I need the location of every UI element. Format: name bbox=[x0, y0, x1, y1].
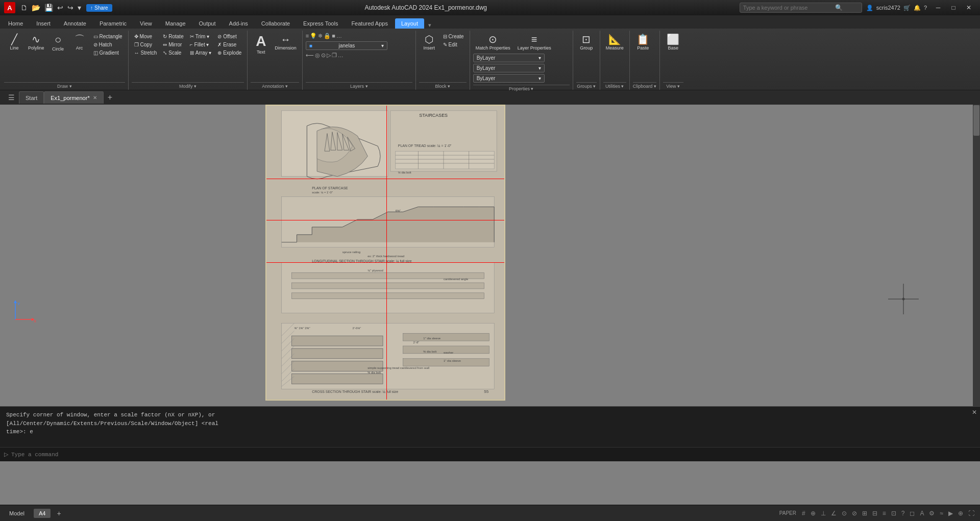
anno-scale-icon[interactable]: A bbox=[918, 509, 925, 518]
search-box[interactable]: 🔍 bbox=[740, 3, 862, 13]
redo-icon[interactable]: ↪ bbox=[66, 3, 75, 13]
arc-button[interactable]: ⌒ Arc bbox=[69, 33, 90, 52]
grid-toggle-icon[interactable]: # bbox=[800, 509, 807, 518]
maximize-button[interactable]: □ bbox=[946, 3, 961, 13]
vertical-scrollbar[interactable] bbox=[973, 105, 980, 406]
color-dropdown[interactable]: ByLayer ▾ bbox=[473, 54, 545, 62]
match-properties-button[interactable]: ⊙ Match Properties bbox=[473, 33, 513, 52]
edit-block-button[interactable]: ✎ Edit bbox=[440, 41, 467, 48]
text-button[interactable]: A Text bbox=[251, 33, 271, 56]
rectangle-button[interactable]: ▭Rectangle bbox=[91, 33, 125, 40]
search-input[interactable] bbox=[743, 5, 835, 11]
layer-on-icon[interactable]: 💡 bbox=[310, 33, 317, 39]
cart-icon[interactable]: 🛒 bbox=[903, 5, 911, 11]
explode-button[interactable]: ⊕ Explode bbox=[215, 49, 244, 57]
erase-button[interactable]: ✗ Erase bbox=[215, 41, 244, 48]
performance-icon[interactable]: ▶ bbox=[947, 509, 954, 518]
hatch-button[interactable]: ⊘Hatch bbox=[91, 41, 125, 48]
layer-manage-icon[interactable]: ≡ bbox=[306, 33, 309, 39]
tab-addins[interactable]: Add-ins bbox=[223, 18, 254, 29]
base-button[interactable]: ⬜ Base bbox=[663, 33, 683, 52]
array-button[interactable]: ⊞Array ▾ bbox=[187, 49, 214, 57]
lineweight-dropdown[interactable]: ByLayer ▾ bbox=[473, 74, 545, 83]
tabs-menu-icon[interactable]: ☰ bbox=[4, 93, 19, 102]
dyn-toggle-icon[interactable]: ⊟ bbox=[871, 509, 879, 518]
undo-icon[interactable]: ↩ bbox=[56, 3, 64, 13]
layer-match-icon[interactable]: ⊙ bbox=[321, 52, 326, 59]
tab-view[interactable]: View bbox=[134, 18, 158, 29]
linetype-dropdown[interactable]: ByLayer ▾ bbox=[473, 64, 545, 72]
paste-button[interactable]: 📋 Paste bbox=[633, 33, 653, 52]
group-button[interactable]: ⊡ Group bbox=[576, 33, 597, 52]
tab-insert[interactable]: Insert bbox=[30, 18, 57, 29]
share-button[interactable]: ↑ Share bbox=[86, 4, 112, 12]
tab-manage[interactable]: Manage bbox=[159, 18, 192, 29]
sel-toggle-icon[interactable]: ◻ bbox=[908, 509, 916, 518]
layer-color-icon[interactable]: ■ bbox=[332, 33, 335, 39]
mirror-button[interactable]: ⇔Mirror bbox=[160, 41, 186, 48]
add-layout-button[interactable]: + bbox=[55, 509, 63, 517]
otrack-toggle-icon[interactable]: ⊘ bbox=[850, 509, 859, 518]
circle-button[interactable]: ○ Circle bbox=[48, 33, 68, 53]
layer-copy-icon[interactable]: ❐ bbox=[332, 52, 337, 59]
layer-properties-button[interactable]: ≡ Layer Properties bbox=[515, 33, 554, 52]
tab-output[interactable]: Output bbox=[193, 18, 222, 29]
more-tabs-icon[interactable]: ▾ bbox=[425, 22, 434, 29]
close-button[interactable]: ✕ bbox=[962, 3, 976, 13]
move-button[interactable]: ✥Move bbox=[132, 33, 160, 40]
layer-prev-icon[interactable]: ⟵ bbox=[306, 52, 314, 59]
measure-button[interactable]: 📐 Measure bbox=[603, 33, 626, 52]
fillet-button[interactable]: ⌐Fillet ▾ bbox=[187, 41, 214, 48]
ducs-toggle-icon[interactable]: ⊞ bbox=[861, 509, 869, 518]
layer-more-icon[interactable]: … bbox=[336, 33, 342, 39]
trim-button[interactable]: ✂Trim ▾ bbox=[187, 33, 214, 40]
add-tab-button[interactable]: + bbox=[104, 93, 116, 102]
offset-button[interactable]: ⊘ Offset bbox=[215, 33, 244, 40]
polyline-button[interactable]: ∿ Polyline bbox=[26, 33, 47, 52]
layer-lock-icon[interactable]: 🔒 bbox=[324, 33, 331, 39]
layer-set-icon[interactable]: ▷ bbox=[327, 52, 331, 59]
units-icon[interactable]: ≈ bbox=[938, 509, 945, 518]
workspace-icon[interactable]: ⚙ bbox=[927, 509, 936, 518]
qp-toggle-icon[interactable]: ? bbox=[900, 509, 906, 518]
notification-icon[interactable]: 🔔 bbox=[914, 5, 921, 11]
minimize-button[interactable]: ─ bbox=[931, 3, 945, 13]
dimension-button[interactable]: ↔ Dimension bbox=[272, 33, 299, 52]
create-block-button[interactable]: ⊟ Create bbox=[440, 33, 467, 40]
layer-dropdown[interactable]: ■ janelas ▾ bbox=[306, 41, 387, 50]
stretch-button[interactable]: ↔Stretch bbox=[132, 49, 160, 57]
scrollbar-thumb[interactable] bbox=[973, 105, 979, 136]
polar-toggle-icon[interactable]: ∠ bbox=[829, 509, 838, 518]
command-close-button[interactable]: ✕ bbox=[970, 407, 980, 447]
fullscreen-icon[interactable]: ⛶ bbox=[967, 509, 976, 518]
tab-home[interactable]: Home bbox=[2, 18, 29, 29]
layer-freeze-icon[interactable]: ❄ bbox=[318, 33, 323, 39]
tab-express[interactable]: Express Tools bbox=[297, 18, 344, 29]
model-tab[interactable]: Model bbox=[4, 509, 30, 518]
tab-featured[interactable]: Featured Apps bbox=[345, 18, 394, 29]
new-icon[interactable]: 🗋 bbox=[19, 3, 29, 13]
a4-tab[interactable]: A4 bbox=[34, 509, 51, 518]
customize-icon[interactable]: ▾ bbox=[77, 3, 82, 13]
snap-toggle-icon[interactable]: ⊕ bbox=[809, 509, 817, 518]
save-icon[interactable]: 💾 bbox=[43, 3, 54, 13]
tab-collaborate[interactable]: Collaborate bbox=[255, 18, 296, 29]
ortho-toggle-icon[interactable]: ⊥ bbox=[819, 509, 827, 518]
copy-button[interactable]: ❐Copy bbox=[132, 41, 160, 48]
tab-layout[interactable]: Layout bbox=[395, 18, 424, 29]
help-status-icon[interactable]: ⊕ bbox=[957, 509, 965, 518]
canvas-area[interactable]: ─ □ ✕ STAIRCASES bbox=[0, 105, 980, 406]
osnap-toggle-icon[interactable]: ⊙ bbox=[840, 509, 848, 518]
help-icon[interactable]: ? bbox=[924, 5, 927, 11]
open-icon[interactable]: 📂 bbox=[31, 3, 41, 13]
layer-more2-icon[interactable]: … bbox=[338, 52, 344, 59]
tab-parametric[interactable]: Parametric bbox=[93, 18, 133, 29]
tab-ex1[interactable]: Ex1_pormenor* ✕ bbox=[44, 91, 103, 104]
insert-button[interactable]: ⬡ Insert bbox=[419, 33, 439, 52]
tp-toggle-icon[interactable]: ⊡ bbox=[890, 509, 898, 518]
command-input[interactable] bbox=[11, 452, 976, 458]
scale-button[interactable]: ⤡Scale bbox=[160, 49, 186, 57]
gradient-button[interactable]: ◫Gradient bbox=[91, 49, 125, 57]
rotate-button[interactable]: ↻Rotate bbox=[160, 33, 186, 40]
lw-toggle-icon[interactable]: ≡ bbox=[881, 509, 888, 518]
